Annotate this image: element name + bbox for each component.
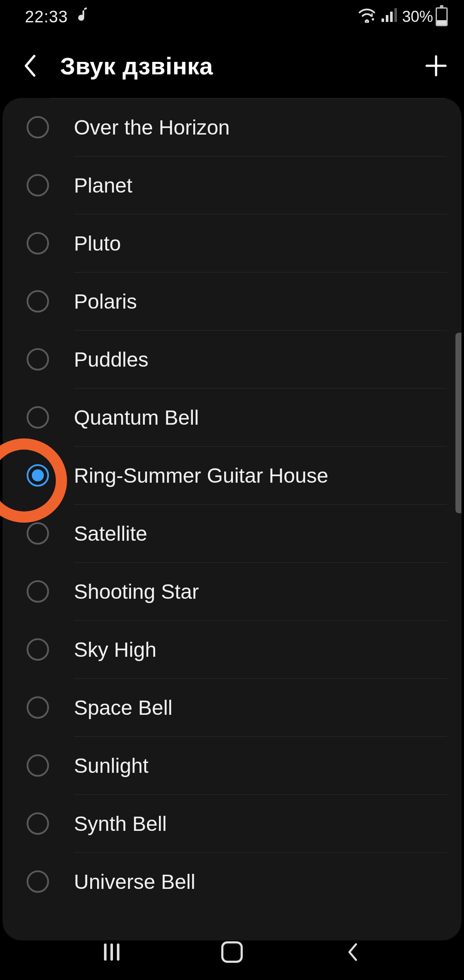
ringtone-label: Quantum Bell (74, 406, 461, 429)
ringtone-label: Sky High (74, 638, 461, 662)
radio-button[interactable] (27, 696, 49, 719)
battery-indicator: 30% (402, 7, 448, 26)
ringtone-row[interactable]: Planet (27, 156, 461, 214)
status-right: 30% (357, 7, 448, 27)
plus-icon (425, 55, 447, 77)
ringtone-label: Over the Horizon (74, 116, 461, 139)
page-title: Звук дзвінка (60, 52, 404, 80)
ringtone-label: Ring-Summer Guitar House (74, 464, 461, 487)
ringtone-label: Puddles (74, 348, 461, 371)
system-nav-bar (0, 924, 464, 980)
svg-rect-3 (394, 8, 397, 22)
ringtone-row[interactable]: Space Bell (27, 679, 461, 736)
ringtone-label: Space Bell (74, 696, 461, 720)
ringtone-row[interactable]: Over the Horizon (27, 98, 461, 156)
radio-button[interactable] (27, 174, 49, 196)
ringtone-label: Synth Bell (74, 812, 461, 836)
radio-button[interactable] (27, 406, 49, 429)
battery-icon (436, 7, 448, 26)
svg-rect-1 (386, 15, 388, 22)
nav-back-button[interactable] (331, 937, 374, 967)
status-left: 22:33 (25, 6, 89, 27)
radio-button[interactable] (27, 464, 49, 487)
radio-button[interactable] (27, 116, 49, 138)
ringtone-row[interactable]: Polaris (27, 273, 461, 330)
ringtone-label: Pluto (74, 232, 461, 255)
ringtone-row[interactable]: Sunlight (27, 737, 461, 794)
radio-button[interactable] (27, 638, 49, 661)
ringtone-row[interactable]: Satellite (27, 505, 461, 562)
ringtone-label: Planet (74, 174, 461, 197)
ringtone-list-card: Over the HorizonPlanetPlutoPolarisPuddle… (3, 98, 461, 940)
ringtone-label: Polaris (74, 290, 461, 313)
radio-button[interactable] (27, 232, 49, 254)
radio-button[interactable] (27, 522, 49, 545)
signal-icon (381, 7, 398, 27)
nav-recent-button[interactable] (90, 937, 133, 967)
radio-button[interactable] (27, 754, 49, 777)
ringtone-row[interactable]: Universe Bell (27, 853, 461, 910)
status-time: 22:33 (25, 8, 68, 26)
radio-button[interactable] (27, 812, 49, 835)
ringtone-row[interactable]: Synth Bell (27, 795, 461, 852)
svg-rect-2 (390, 12, 393, 22)
chevron-left-icon (345, 942, 359, 962)
ringtone-row[interactable]: Quantum Bell (27, 389, 461, 446)
scrollbar-thumb[interactable] (455, 333, 461, 513)
home-icon (221, 941, 243, 963)
radio-button[interactable] (27, 870, 49, 893)
ringtone-row[interactable]: Ring-Summer Guitar House (27, 447, 461, 504)
nav-home-button[interactable] (211, 937, 253, 967)
ringtone-row[interactable]: Sky High (27, 621, 461, 678)
ringtone-row[interactable]: Pluto (27, 214, 461, 272)
ringtone-row[interactable]: Puddles (27, 331, 461, 388)
status-bar: 22:33 30% (0, 0, 464, 34)
music-note-icon (76, 6, 89, 27)
add-button[interactable] (421, 51, 451, 81)
ringtone-label: Sunlight (74, 754, 461, 778)
radio-button[interactable] (27, 580, 49, 603)
ringtone-row[interactable]: Shooting Star (27, 563, 461, 620)
wifi-icon (357, 7, 376, 27)
ringtone-label: Universe Bell (74, 870, 461, 894)
chevron-left-icon (23, 54, 37, 77)
ringtone-list[interactable]: Over the HorizonPlanetPlutoPolarisPuddle… (3, 98, 461, 910)
app-bar: Звук дзвінка (0, 34, 464, 98)
radio-button[interactable] (27, 348, 49, 371)
ringtone-label: Satellite (74, 522, 461, 545)
svg-rect-0 (382, 18, 384, 22)
radio-button[interactable] (27, 290, 49, 312)
battery-percent: 30% (402, 8, 433, 26)
ringtone-label: Shooting Star (74, 580, 461, 603)
back-button[interactable] (17, 53, 43, 79)
recent-apps-icon (103, 943, 121, 961)
